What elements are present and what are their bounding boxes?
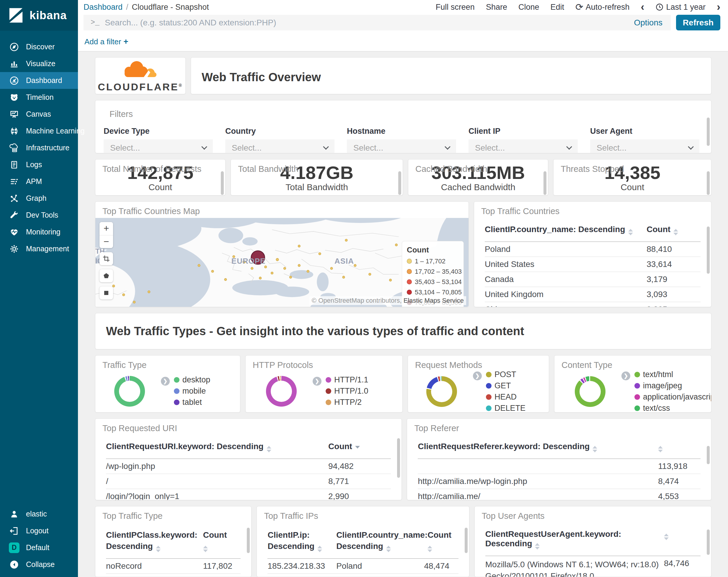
kibana-logo[interactable]: kibana: [0, 0, 78, 31]
chevron-down-icon: [445, 144, 450, 150]
sidebar-item-infrastructure[interactable]: Infrastructure: [0, 140, 78, 156]
sidebar-item-logs[interactable]: Logs: [0, 156, 78, 173]
plus-icon: +: [123, 37, 128, 46]
country-select[interactable]: Select...: [225, 140, 335, 153]
column-header[interactable]: ClientRequestUserAgent.keyword: Descendi…: [485, 527, 664, 552]
scrollbar-thumb[interactable]: [221, 171, 224, 195]
search-bar[interactable]: >_ Options: [83, 15, 671, 30]
refresh-button[interactable]: Refresh: [676, 15, 720, 30]
legend-expand-icon[interactable]: ❯: [161, 377, 170, 386]
time-back-chevron[interactable]: ‹: [641, 2, 644, 12]
sidebar-item-logout[interactable]: Logout: [0, 522, 78, 539]
metric-label: Count: [149, 182, 172, 192]
legend-dot: [634, 372, 640, 377]
column-header[interactable]: [658, 439, 701, 455]
scrollbar-thumb[interactable]: [707, 171, 710, 195]
column-header[interactable]: ClientIP.country_name: Descending: [336, 527, 427, 555]
legend-dot: [407, 269, 412, 274]
sidebar-item-graph[interactable]: Graph: [0, 190, 78, 207]
request-methods-panel: Request Methods ❯ POST GET HEAD DELETE: [408, 355, 549, 412]
scrollbar-thumb[interactable]: [707, 226, 710, 274]
sidebar-item-visualize[interactable]: Visualize: [0, 55, 78, 72]
sidebar-item-label: Monitoring: [26, 228, 60, 236]
user-icon: [9, 509, 20, 520]
zoom-in-button[interactable]: +: [100, 222, 113, 235]
column-header[interactable]: Count: [328, 439, 391, 454]
scrollbar-thumb[interactable]: [397, 438, 400, 478]
top-requested-uri-panel: Top Requested URI ClientRequestURI.keywo…: [95, 419, 402, 500]
table-row: /login/?login_only=12,990: [106, 489, 391, 500]
time-range-picker[interactable]: Last 1 year: [655, 3, 706, 12]
sidebar-item-management[interactable]: Management: [0, 241, 78, 257]
sidebar-item-label: APM: [26, 177, 42, 186]
sidebar-item-dev-tools[interactable]: Dev Tools: [0, 207, 78, 224]
map-attribution: © OpenStreetMap contributors, Elastic Ma…: [309, 296, 466, 305]
clone-button[interactable]: Clone: [518, 3, 539, 12]
column-header[interactable]: Count: [647, 222, 701, 238]
scrollbar-thumb[interactable]: [707, 446, 710, 464]
user-agent-select[interactable]: Select...: [590, 140, 699, 153]
sidebar-item-timelion[interactable]: Timelion: [0, 89, 78, 106]
auto-refresh-button[interactable]: ⟳Auto-refresh: [575, 1, 629, 13]
legend-expand-icon[interactable]: ❯: [473, 372, 482, 380]
search-input[interactable]: [105, 18, 628, 27]
edit-button[interactable]: Edit: [551, 3, 565, 12]
breadcrumb-dashboard-link[interactable]: Dashboard: [83, 3, 123, 11]
sidebar-item-canvas[interactable]: Canvas: [0, 106, 78, 123]
options-link[interactable]: Options: [634, 18, 663, 27]
time-forward-chevron[interactable]: ›: [717, 2, 720, 12]
column-header[interactable]: ClientRequestReferer.keyword: Descending: [418, 439, 658, 455]
share-button[interactable]: Share: [486, 3, 507, 12]
traffic-type-panel: Traffic Type ❯ desktop mobile tablet: [95, 355, 240, 412]
space-label: Default: [26, 543, 49, 552]
scrollbar-thumb[interactable]: [707, 118, 710, 146]
sidebar-item-user[interactable]: elastic: [0, 505, 78, 522]
top-referer-panel: Top Referer ClientRequestReferer.keyword…: [407, 419, 711, 500]
sidebar-item-dashboard[interactable]: Dashboard: [0, 72, 78, 89]
device-type-select[interactable]: Select...: [104, 140, 213, 153]
world-map[interactable]: EUROPE ASIA TH IC + −: [95, 218, 468, 307]
scrollbar-thumb[interactable]: [465, 528, 468, 553]
fullscreen-button[interactable]: Full screen: [436, 3, 475, 12]
sidebar-item-apm[interactable]: APM: [0, 173, 78, 190]
traffic-type-donut[interactable]: [114, 376, 145, 407]
rectangle-tool-button[interactable]: [100, 286, 113, 299]
scrollbar-thumb[interactable]: [247, 528, 250, 553]
crop-tool-button[interactable]: [100, 252, 113, 265]
discover-icon: [9, 42, 20, 52]
legend-dot: [174, 388, 180, 394]
sidebar-item-label: Dev Tools: [26, 211, 58, 219]
polygon-tool-button[interactable]: [100, 269, 113, 282]
legend-expand-icon[interactable]: ❯: [313, 377, 321, 386]
zoom-out-button[interactable]: −: [100, 235, 113, 248]
scrollbar-thumb[interactable]: [544, 171, 546, 195]
sidebar-item-space-default[interactable]: D Default: [0, 539, 78, 556]
content-type-donut[interactable]: [575, 376, 605, 407]
sidebar-item-discover[interactable]: Discover: [0, 39, 78, 55]
scrollbar-thumb[interactable]: [707, 529, 710, 555]
sort-icon: [203, 546, 208, 552]
sidebar-item-monitoring[interactable]: Monitoring: [0, 224, 78, 241]
column-header[interactable]: [664, 527, 701, 543]
legend-dot: [407, 279, 412, 284]
sidebar-item-machine-learning[interactable]: Machine Learning: [0, 123, 78, 140]
column-header[interactable]: ClientIP.country_name: Descending: [485, 222, 647, 238]
column-header[interactable]: ClientRequestURI.keyword: Descending: [106, 439, 328, 455]
legend-expand-icon[interactable]: ❯: [621, 372, 630, 380]
hostname-select[interactable]: Select...: [347, 140, 456, 153]
column-header[interactable]: Count: [427, 527, 459, 555]
table-row: 113,918: [418, 459, 701, 474]
column-header[interactable]: ClientIP.ip: Descending: [267, 527, 336, 555]
request-methods-donut[interactable]: [426, 376, 457, 407]
sidebar-nav: Discover Visualize Dashboard Timelion Ca…: [0, 31, 78, 505]
column-header[interactable]: Count: [203, 527, 241, 555]
main-area: Dashboard/Cloudflare - Snapshot Full scr…: [78, 0, 728, 577]
column-header[interactable]: ClientIPClass.keyword: Descending: [106, 527, 203, 555]
add-filter-button[interactable]: Add a filter+: [84, 37, 128, 46]
http-protocols-donut[interactable]: [266, 376, 297, 407]
scrollbar-thumb[interactable]: [398, 171, 401, 195]
client-ip-select[interactable]: Select...: [468, 140, 578, 153]
kibana-app: kibana Discover Visualize Dashboard Time…: [0, 0, 728, 577]
sort-icon: [386, 546, 391, 552]
sidebar-item-collapse[interactable]: Collapse: [0, 556, 78, 573]
